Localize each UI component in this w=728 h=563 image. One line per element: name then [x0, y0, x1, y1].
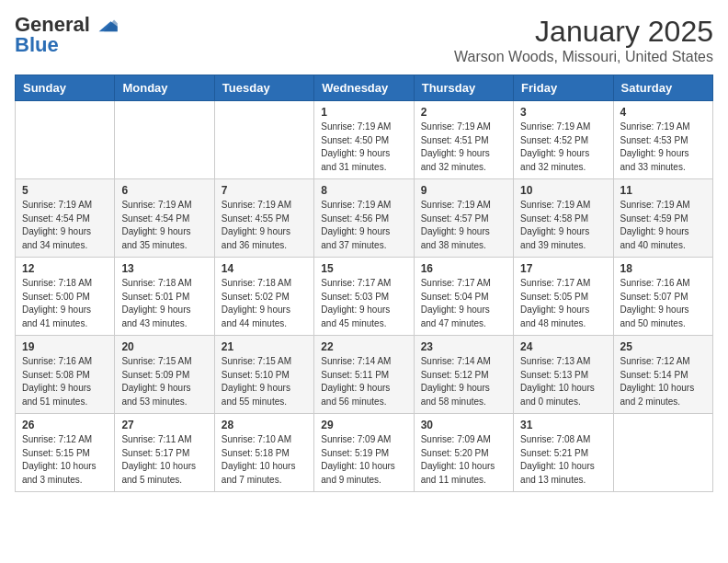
day-info: Sunrise: 7:12 AMSunset: 5:14 PMDaylight:… — [620, 355, 706, 408]
day-number: 20 — [121, 340, 207, 353]
weekday-header-sunday: Sunday — [16, 75, 115, 101]
calendar-cell: 13Sunrise: 7:18 AMSunset: 5:01 PMDayligh… — [115, 258, 214, 336]
calendar-cell: 21Sunrise: 7:15 AMSunset: 5:10 PMDayligh… — [214, 336, 313, 414]
day-info: Sunrise: 7:17 AMSunset: 5:03 PMDaylight:… — [321, 277, 406, 330]
weekday-header-thursday: Thursday — [414, 75, 513, 101]
calendar-cell: 29Sunrise: 7:09 AMSunset: 5:19 PMDayligh… — [314, 414, 414, 492]
day-number: 23 — [421, 340, 506, 353]
calendar-cell: 6Sunrise: 7:19 AMSunset: 4:54 PMDaylight… — [115, 179, 214, 258]
calendar-cell: 17Sunrise: 7:17 AMSunset: 5:05 PMDayligh… — [514, 258, 613, 336]
day-number: 10 — [520, 184, 606, 197]
day-info: Sunrise: 7:16 AMSunset: 5:07 PMDaylight:… — [620, 277, 706, 330]
calendar-cell: 4Sunrise: 7:19 AMSunset: 4:53 PMDaylight… — [613, 101, 712, 179]
logo-icon — [92, 15, 118, 35]
calendar-cell: 16Sunrise: 7:17 AMSunset: 5:04 PMDayligh… — [414, 258, 513, 336]
day-info: Sunrise: 7:13 AMSunset: 5:13 PMDaylight:… — [520, 355, 606, 408]
weekday-header-row: SundayMondayTuesdayWednesdayThursdayFrid… — [16, 75, 713, 101]
day-number: 6 — [121, 184, 207, 197]
day-number: 29 — [321, 419, 406, 431]
day-number: 30 — [421, 419, 506, 431]
weekday-header-monday: Monday — [115, 75, 214, 101]
day-info: Sunrise: 7:18 AMSunset: 5:00 PMDaylight:… — [22, 277, 108, 330]
day-number: 2 — [421, 106, 506, 119]
calendar-cell: 18Sunrise: 7:16 AMSunset: 5:07 PMDayligh… — [613, 258, 712, 336]
day-number: 5 — [22, 184, 108, 197]
day-info: Sunrise: 7:19 AMSunset: 4:54 PMDaylight:… — [22, 199, 108, 252]
day-number: 3 — [520, 106, 606, 119]
calendar-subtitle: Warson Woods, Missouri, United States — [454, 49, 713, 65]
day-info: Sunrise: 7:09 AMSunset: 5:19 PMDaylight:… — [321, 433, 406, 487]
day-number: 14 — [222, 262, 307, 275]
day-number: 13 — [121, 262, 207, 275]
calendar-cell: 20Sunrise: 7:15 AMSunset: 5:09 PMDayligh… — [115, 336, 214, 414]
calendar-cell: 11Sunrise: 7:19 AMSunset: 4:59 PMDayligh… — [613, 179, 712, 258]
day-number: 9 — [421, 184, 506, 197]
calendar-cell — [613, 414, 712, 492]
day-info: Sunrise: 7:19 AMSunset: 4:59 PMDaylight:… — [620, 199, 706, 252]
day-info: Sunrise: 7:16 AMSunset: 5:08 PMDaylight:… — [22, 355, 108, 408]
day-number: 28 — [222, 419, 307, 431]
weekday-header-tuesday: Tuesday — [214, 75, 313, 101]
calendar-cell: 2Sunrise: 7:19 AMSunset: 4:51 PMDaylight… — [414, 101, 513, 179]
calendar-cell: 23Sunrise: 7:14 AMSunset: 5:12 PMDayligh… — [414, 336, 513, 414]
day-number: 22 — [321, 340, 406, 353]
calendar-cell: 8Sunrise: 7:19 AMSunset: 4:56 PMDaylight… — [314, 179, 414, 258]
day-number: 8 — [321, 184, 406, 197]
day-info: Sunrise: 7:12 AMSunset: 5:15 PMDaylight:… — [22, 433, 108, 487]
calendar-cell — [16, 101, 115, 179]
calendar-cell: 30Sunrise: 7:09 AMSunset: 5:20 PMDayligh… — [414, 414, 513, 492]
calendar-cell: 12Sunrise: 7:18 AMSunset: 5:00 PMDayligh… — [16, 258, 115, 336]
day-number: 11 — [620, 184, 706, 197]
calendar-cell: 24Sunrise: 7:13 AMSunset: 5:13 PMDayligh… — [514, 336, 613, 414]
calendar-cell: 10Sunrise: 7:19 AMSunset: 4:58 PMDayligh… — [514, 179, 613, 258]
day-number: 17 — [520, 262, 606, 275]
logo-blue-text: Blue — [15, 33, 59, 56]
calendar-title: January 2025 — [454, 15, 713, 49]
day-info: Sunrise: 7:19 AMSunset: 4:58 PMDaylight:… — [520, 199, 606, 252]
calendar-week-4: 19Sunrise: 7:16 AMSunset: 5:08 PMDayligh… — [16, 336, 713, 414]
calendar-cell — [115, 101, 214, 179]
day-info: Sunrise: 7:18 AMSunset: 5:01 PMDaylight:… — [121, 277, 207, 330]
calendar-cell: 25Sunrise: 7:12 AMSunset: 5:14 PMDayligh… — [613, 336, 712, 414]
day-number: 24 — [520, 340, 606, 353]
day-info: Sunrise: 7:19 AMSunset: 4:52 PMDaylight:… — [520, 121, 606, 174]
day-number: 26 — [22, 419, 108, 431]
calendar-cell: 5Sunrise: 7:19 AMSunset: 4:54 PMDaylight… — [16, 179, 115, 258]
day-number: 15 — [321, 262, 406, 275]
title-block: January 2025 Warson Woods, Missouri, Uni… — [454, 15, 713, 65]
day-number: 4 — [620, 106, 706, 119]
weekday-header-wednesday: Wednesday — [314, 75, 414, 101]
day-number: 31 — [520, 419, 606, 431]
day-number: 25 — [620, 340, 706, 353]
calendar-week-5: 26Sunrise: 7:12 AMSunset: 5:15 PMDayligh… — [16, 414, 713, 492]
page-header: General Blue January 2025 Warson Woods, … — [15, 15, 713, 65]
calendar-cell: 28Sunrise: 7:10 AMSunset: 5:18 PMDayligh… — [214, 414, 313, 492]
day-info: Sunrise: 7:10 AMSunset: 5:18 PMDaylight:… — [222, 433, 307, 487]
calendar-table: SundayMondayTuesdayWednesdayThursdayFrid… — [15, 75, 713, 492]
calendar-body: 1Sunrise: 7:19 AMSunset: 4:50 PMDaylight… — [16, 101, 713, 492]
calendar-cell: 15Sunrise: 7:17 AMSunset: 5:03 PMDayligh… — [314, 258, 414, 336]
day-info: Sunrise: 7:14 AMSunset: 5:12 PMDaylight:… — [421, 355, 506, 408]
day-number: 16 — [421, 262, 506, 275]
day-info: Sunrise: 7:15 AMSunset: 5:10 PMDaylight:… — [222, 355, 307, 408]
day-info: Sunrise: 7:19 AMSunset: 4:54 PMDaylight:… — [121, 199, 207, 252]
calendar-cell: 14Sunrise: 7:18 AMSunset: 5:02 PMDayligh… — [214, 258, 313, 336]
calendar-week-2: 5Sunrise: 7:19 AMSunset: 4:54 PMDaylight… — [16, 179, 713, 258]
day-info: Sunrise: 7:19 AMSunset: 4:57 PMDaylight:… — [421, 199, 506, 252]
day-info: Sunrise: 7:08 AMSunset: 5:21 PMDaylight:… — [520, 433, 606, 487]
day-number: 12 — [22, 262, 108, 275]
calendar-cell: 27Sunrise: 7:11 AMSunset: 5:17 PMDayligh… — [115, 414, 214, 492]
logo: General Blue — [15, 15, 118, 57]
day-info: Sunrise: 7:18 AMSunset: 5:02 PMDaylight:… — [222, 277, 307, 330]
day-number: 1 — [321, 106, 406, 119]
calendar-cell — [214, 101, 313, 179]
day-number: 21 — [222, 340, 307, 353]
day-info: Sunrise: 7:17 AMSunset: 5:05 PMDaylight:… — [520, 277, 606, 330]
day-number: 7 — [222, 184, 307, 197]
calendar-cell: 7Sunrise: 7:19 AMSunset: 4:55 PMDaylight… — [214, 179, 313, 258]
day-info: Sunrise: 7:14 AMSunset: 5:11 PMDaylight:… — [321, 355, 406, 408]
day-info: Sunrise: 7:19 AMSunset: 4:56 PMDaylight:… — [321, 199, 406, 252]
day-info: Sunrise: 7:19 AMSunset: 4:51 PMDaylight:… — [421, 121, 506, 174]
calendar-cell: 26Sunrise: 7:12 AMSunset: 5:15 PMDayligh… — [16, 414, 115, 492]
day-number: 18 — [620, 262, 706, 275]
